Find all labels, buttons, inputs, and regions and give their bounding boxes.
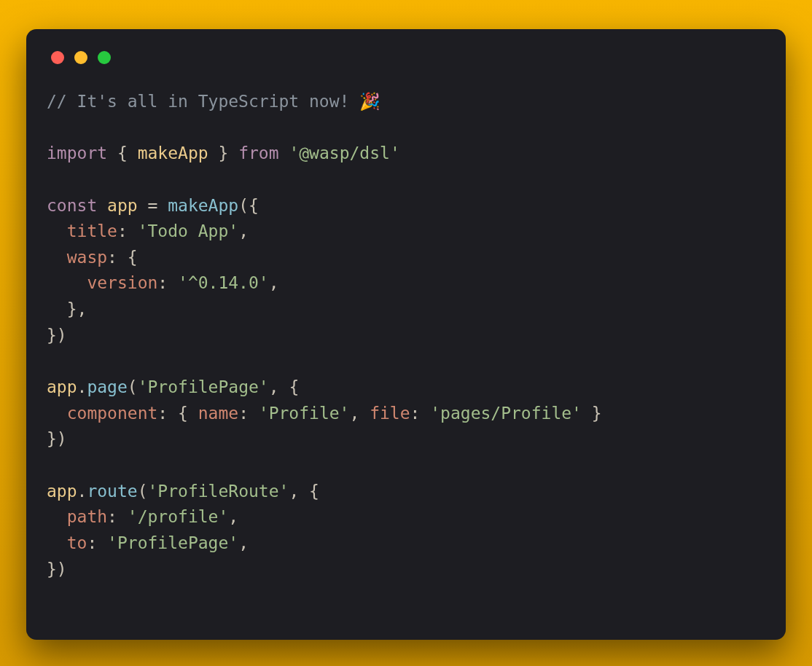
close-inner: }, [67, 299, 87, 318]
colon: : [107, 507, 128, 526]
import-ident: makeApp [138, 144, 208, 162]
var-app: app [47, 377, 77, 396]
colon: : [107, 248, 128, 267]
fn-page: page [87, 377, 127, 396]
comma: , [269, 273, 279, 292]
val-name: 'Profile' [259, 404, 350, 423]
fn-makeApp: makeApp [168, 196, 238, 215]
val-page-name: 'ProfilePage' [138, 377, 269, 396]
var-app: app [107, 196, 138, 215]
brace-close: } [582, 404, 602, 423]
colon: : [410, 404, 431, 423]
val-version: '^0.14.0' [178, 273, 269, 292]
prop-version: version [87, 273, 157, 292]
colon: : [238, 404, 259, 423]
window-titlebar [47, 50, 765, 64]
code-block: // It's all in TypeScript now! 🎉 import … [47, 89, 765, 582]
code-comment: // It's all in TypeScript now! 🎉 [47, 92, 380, 111]
brace-open: { [117, 144, 138, 162]
call-close: }) [47, 560, 67, 579]
prop-title: title [67, 222, 117, 240]
prop-to: to [67, 533, 87, 552]
dot: . [77, 482, 87, 501]
prop-component: component [67, 404, 158, 423]
module-string: '@wasp/dsl' [289, 144, 399, 162]
val-route-name: 'ProfileRoute' [148, 482, 289, 501]
colon: : [87, 533, 107, 552]
call-close: }) [47, 429, 67, 448]
minimize-icon[interactable] [74, 51, 87, 64]
brace-close: } [208, 144, 229, 162]
var-app: app [47, 482, 77, 501]
kw-from: from [238, 144, 278, 162]
comma: , [238, 533, 249, 552]
paren-open: ( [138, 482, 148, 501]
colon: : [157, 404, 178, 423]
colon: : [157, 273, 178, 292]
prop-name: name [198, 404, 238, 423]
fn-route: route [87, 482, 137, 501]
prop-wasp: wasp [67, 248, 107, 267]
comma: , [228, 507, 238, 526]
code-window: // It's all in TypeScript now! 🎉 import … [26, 29, 786, 640]
prop-path: path [67, 507, 107, 526]
comma: , [349, 404, 370, 423]
comma: , [269, 377, 289, 396]
val-title: 'Todo App' [138, 222, 238, 240]
call-close: }) [47, 326, 67, 345]
brace-open: { [309, 482, 319, 501]
dot: . [77, 377, 87, 396]
op-eq: = [148, 196, 158, 215]
brace-open: { [178, 404, 198, 423]
comma: , [289, 482, 309, 501]
val-to: 'ProfilePage' [107, 533, 238, 552]
paren-open: ( [128, 377, 138, 396]
maximize-icon[interactable] [98, 51, 111, 64]
kw-import: import [47, 144, 107, 162]
brace-open: { [128, 248, 138, 267]
kw-const: const [47, 196, 97, 215]
prop-file: file [370, 404, 410, 423]
comma: , [238, 222, 249, 240]
brace-open: { [289, 377, 299, 396]
val-file: 'pages/Profile' [430, 404, 582, 423]
val-path: '/profile' [128, 507, 228, 526]
call-open: ({ [238, 196, 259, 215]
close-icon[interactable] [51, 51, 64, 64]
colon: : [117, 222, 138, 240]
